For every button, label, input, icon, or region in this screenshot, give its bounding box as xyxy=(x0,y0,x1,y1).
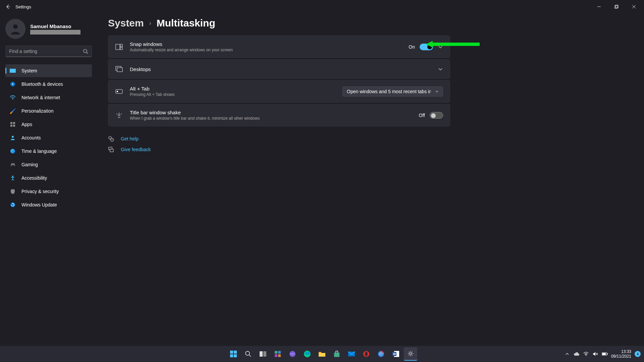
sidebar-item-privacy[interactable]: Privacy & security xyxy=(5,185,92,198)
snap-icon xyxy=(115,43,123,51)
taskbar-opera[interactable] xyxy=(360,347,373,361)
svg-rect-1 xyxy=(615,5,618,8)
windows-icon xyxy=(230,350,237,358)
svg-point-42 xyxy=(410,353,412,355)
search-box[interactable] xyxy=(5,46,92,57)
taskbar-taskview[interactable] xyxy=(256,347,270,361)
search-input[interactable] xyxy=(9,49,83,54)
titlebar: Settings xyxy=(0,0,644,13)
maximize-icon xyxy=(614,5,619,9)
setting-shake[interactable]: Title bar window shake When I grab a win… xyxy=(108,104,450,126)
breadcrumb: System › Multitasking xyxy=(108,17,450,29)
svg-rect-13 xyxy=(117,91,118,92)
setting-title: Alt + Tab xyxy=(130,86,342,92)
back-button[interactable] xyxy=(1,0,15,13)
svg-rect-45 xyxy=(607,353,608,355)
store-icon xyxy=(333,351,340,357)
notification-badge[interactable]: 4 xyxy=(635,351,641,357)
breadcrumb-parent[interactable]: System xyxy=(108,17,144,29)
systray-overflow[interactable] xyxy=(564,351,570,357)
battery-icon xyxy=(602,352,608,356)
wifi-icon xyxy=(583,352,589,356)
sidebar-item-gaming[interactable]: 🎮 Gaming xyxy=(5,158,92,171)
alttab-dropdown[interactable]: Open windows and 5 most recent tabs in M xyxy=(342,86,443,97)
feedback-icon xyxy=(108,146,114,153)
content-area: System › Multitasking Snap windows Autom… xyxy=(97,13,466,346)
chevron-up-icon xyxy=(565,352,569,356)
svg-rect-8 xyxy=(120,44,122,47)
sidebar-item-bluetooth[interactable]: ⁕ Bluetooth & devices xyxy=(5,78,92,90)
folder-icon xyxy=(318,351,326,357)
date-text: 09/11/2021 xyxy=(611,354,631,359)
sidebar-item-system[interactable]: System xyxy=(5,64,92,77)
svg-text:?: ? xyxy=(111,139,113,141)
person-icon xyxy=(9,22,22,36)
time-text: 13:33 xyxy=(611,349,631,354)
arrow-left-icon xyxy=(5,4,11,9)
profile-section[interactable]: Samuel Mbanaso xyxy=(5,19,92,39)
taskbar-search[interactable] xyxy=(241,347,255,361)
alttab-icon xyxy=(115,87,123,96)
systray-battery[interactable] xyxy=(602,351,608,357)
setting-desc: Automatically resize and arrange windows… xyxy=(130,48,409,52)
chevron-right-icon: › xyxy=(149,20,151,27)
maximize-button[interactable] xyxy=(608,1,625,13)
systray-onedrive[interactable] xyxy=(574,351,580,357)
sidebar-item-accessibility[interactable]: Accessibility xyxy=(5,172,92,184)
svg-rect-25 xyxy=(263,351,266,357)
sidebar-item-personalization[interactable]: 🖌️ Personalization xyxy=(5,105,92,117)
setting-title: Snap windows xyxy=(130,41,409,47)
setting-desktops[interactable]: Desktops xyxy=(108,59,450,79)
setting-title: Desktops xyxy=(130,66,438,72)
sidebar-item-apps[interactable]: Apps xyxy=(5,118,92,131)
setting-snap-windows[interactable]: Snap windows Automatically resize and ar… xyxy=(108,36,450,58)
sidebar-item-label: Accessibility xyxy=(21,175,47,181)
svg-rect-21 xyxy=(230,354,233,357)
chrome-icon xyxy=(378,351,384,357)
taskbar-mail[interactable] xyxy=(345,347,358,361)
chevron-down-icon[interactable] xyxy=(438,66,443,72)
svg-rect-29 xyxy=(278,354,281,357)
setting-desc: Pressing Alt + Tab shows xyxy=(130,92,342,97)
avatar xyxy=(5,19,25,39)
help-icon: ? xyxy=(108,136,114,142)
taskbar-word[interactable]: W xyxy=(389,347,402,361)
system-icon xyxy=(9,67,16,74)
svg-point-2 xyxy=(13,24,17,29)
close-button[interactable] xyxy=(625,1,643,13)
sidebar-item-accounts[interactable]: Accounts xyxy=(5,131,92,144)
get-help-link[interactable]: ? Get help xyxy=(108,136,450,142)
cloud-icon xyxy=(574,352,580,356)
close-icon xyxy=(632,5,636,9)
shake-toggle[interactable] xyxy=(430,112,443,119)
taskbar-widgets[interactable] xyxy=(271,347,284,361)
minimize-button[interactable] xyxy=(590,1,608,13)
sidebar-item-label: Windows Update xyxy=(21,202,57,207)
edge-icon xyxy=(304,350,311,358)
give-feedback-link[interactable]: Give feedback xyxy=(108,146,450,153)
taskbar-chrome[interactable] xyxy=(374,347,388,361)
taskbar-store[interactable] xyxy=(330,347,343,361)
svg-text:W: W xyxy=(393,352,396,356)
opera-icon xyxy=(363,351,370,357)
svg-rect-0 xyxy=(615,6,618,8)
svg-rect-26 xyxy=(275,351,277,354)
taskbar-explorer[interactable] xyxy=(315,347,329,361)
taskbar-settings[interactable] xyxy=(404,347,417,361)
page-title: Multitasking xyxy=(157,17,215,29)
taskbar-chat[interactable] xyxy=(286,347,299,361)
setting-alt-tab[interactable]: Alt + Tab Pressing Alt + Tab shows Open … xyxy=(108,80,450,103)
sidebar-item-time[interactable]: Time & language xyxy=(5,145,92,158)
taskbar-clock[interactable]: 13:33 09/11/2021 xyxy=(611,349,631,359)
brush-icon: 🖌️ xyxy=(9,108,16,114)
systray-volume[interactable] xyxy=(592,351,598,357)
svg-rect-7 xyxy=(116,44,120,50)
accessibility-icon xyxy=(9,175,16,181)
chat-icon xyxy=(289,351,296,357)
sidebar-item-network[interactable]: Network & internet xyxy=(5,91,92,104)
profile-email-redacted xyxy=(30,30,80,35)
systray-wifi[interactable] xyxy=(583,351,589,357)
taskbar-edge[interactable] xyxy=(301,347,314,361)
sidebar-item-update[interactable]: Windows Update xyxy=(5,198,92,211)
start-button[interactable] xyxy=(227,347,240,361)
